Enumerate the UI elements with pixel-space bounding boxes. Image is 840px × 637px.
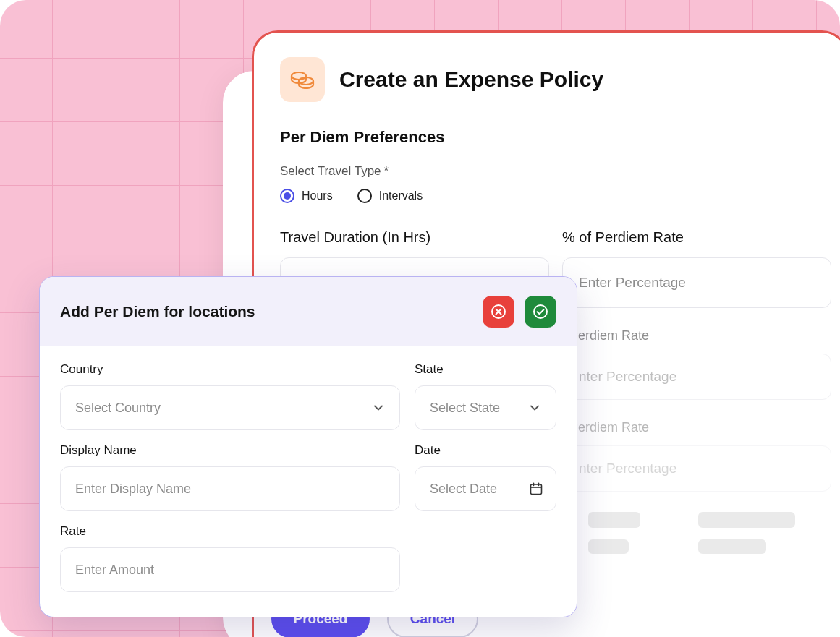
close-circle-icon bbox=[491, 304, 506, 320]
modal-title: Add Per Diem for locations bbox=[60, 303, 255, 320]
percentage-input-dup-1[interactable] bbox=[562, 354, 831, 400]
chevron-down-icon bbox=[528, 401, 541, 414]
display-name-input[interactable] bbox=[60, 466, 400, 511]
travel-type-label: Select Travel Type* bbox=[280, 164, 389, 179]
add-per-diem-modal: Add Per Diem for locations bbox=[39, 276, 577, 617]
check-circle-icon bbox=[533, 304, 548, 320]
radio-hours-label: Hours bbox=[302, 189, 333, 202]
modal-close-button[interactable] bbox=[483, 296, 514, 328]
modal-confirm-button[interactable] bbox=[525, 296, 556, 328]
radio-unselected-icon bbox=[357, 189, 372, 203]
state-label: State bbox=[415, 362, 556, 377]
country-select-value: Select Country bbox=[75, 401, 161, 416]
percentage-input-dup-2[interactable] bbox=[562, 445, 831, 492]
svg-point-3 bbox=[534, 305, 547, 318]
date-label: Date bbox=[415, 443, 556, 458]
rate-input[interactable] bbox=[60, 547, 400, 592]
perdiem-rate-label-dup-2: f Perdiem Rate bbox=[562, 420, 831, 435]
country-select[interactable]: Select Country bbox=[60, 385, 400, 430]
duration-label: Travel Duration (In Hrs) bbox=[280, 229, 549, 246]
country-label: Country bbox=[60, 362, 400, 377]
perdiem-rate-label: % of Perdiem Rate bbox=[562, 229, 831, 246]
svg-rect-4 bbox=[531, 484, 542, 495]
policy-title: Create an Expense Policy bbox=[339, 67, 603, 92]
perdiem-rate-label-dup-1: f Perdiem Rate bbox=[562, 328, 831, 343]
display-name-label: Display Name bbox=[60, 443, 400, 458]
radio-intervals-label: Intervals bbox=[379, 189, 423, 202]
coins-icon bbox=[280, 57, 325, 102]
policy-header: Create an Expense Policy bbox=[280, 57, 820, 102]
state-select[interactable]: Select State bbox=[415, 385, 556, 430]
radio-intervals[interactable]: Intervals bbox=[357, 189, 423, 203]
state-select-value: Select State bbox=[430, 401, 500, 416]
percentage-input[interactable] bbox=[562, 257, 831, 308]
calendar-icon bbox=[529, 482, 543, 496]
radio-hours[interactable]: Hours bbox=[280, 189, 333, 203]
chevron-down-icon bbox=[372, 401, 385, 414]
section-title: Per Diem Preferences bbox=[280, 128, 820, 147]
rate-label: Rate bbox=[60, 524, 400, 539]
travel-type-radio-group: Hours Intervals bbox=[280, 189, 820, 203]
modal-header: Add Per Diem for locations bbox=[40, 277, 577, 346]
svg-point-0 bbox=[292, 72, 306, 80]
radio-selected-icon bbox=[280, 189, 294, 203]
